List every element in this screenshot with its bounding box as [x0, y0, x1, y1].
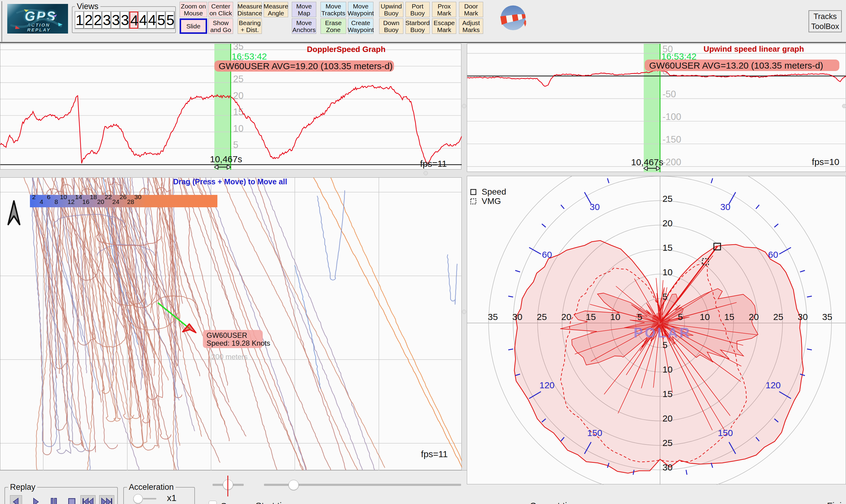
svg-text:25: 25	[537, 312, 547, 322]
svg-text:20: 20	[663, 413, 672, 423]
svg-text:16:53:42: 16:53:42	[232, 51, 267, 61]
svg-text:14: 14	[75, 193, 82, 200]
svg-text:10,467s: 10,467s	[210, 154, 242, 164]
svg-text:Upwind speed linear graph: Upwind speed linear graph	[704, 44, 804, 53]
svg-text:10: 10	[60, 193, 67, 200]
svg-text:-200: -200	[663, 157, 681, 167]
svg-text:GW60USER AVG=19.20 (103.35 met: GW60USER AVG=19.20 (103.35 meters-d)	[218, 61, 393, 71]
svg-text:fps=11: fps=11	[421, 449, 448, 459]
svg-text:30: 30	[589, 202, 600, 212]
svg-text:15: 15	[724, 312, 734, 322]
svg-text:fps=10: fps=10	[812, 157, 839, 167]
svg-text:-100: -100	[663, 111, 681, 122]
svg-text:Drag (Press + Move) to Move al: Drag (Press + Move) to Move all	[173, 178, 287, 186]
svg-text:10: 10	[233, 123, 243, 134]
svg-text:5: 5	[637, 312, 642, 322]
svg-text:-150: -150	[663, 134, 681, 145]
svg-text:18: 18	[90, 193, 97, 200]
svg-text:6: 6	[47, 193, 51, 200]
svg-text:10: 10	[663, 364, 672, 374]
svg-text:DopplerSpeed Graph: DopplerSpeed Graph	[307, 45, 386, 54]
svg-text:GW60USER AVG=13.20 (103.35 met: GW60USER AVG=13.20 (103.35 meters-d)	[649, 60, 823, 70]
svg-text:5: 5	[663, 340, 668, 350]
svg-text:200 meters: 200 meters	[211, 353, 248, 361]
svg-text:25: 25	[773, 312, 783, 322]
svg-text:8: 8	[54, 198, 58, 205]
svg-text:20: 20	[233, 90, 243, 101]
svg-text:10: 10	[700, 312, 710, 322]
svg-text:20: 20	[663, 218, 672, 228]
svg-text:5: 5	[233, 140, 238, 150]
svg-text:20: 20	[748, 312, 759, 322]
svg-text:5: 5	[663, 292, 668, 302]
svg-text:35: 35	[822, 312, 832, 322]
svg-text:120: 120	[765, 380, 781, 390]
svg-text:POLAR: POLAR	[634, 325, 691, 341]
svg-text:150: 150	[718, 428, 733, 438]
svg-text:120: 120	[540, 380, 554, 390]
svg-text:15: 15	[586, 312, 596, 322]
svg-text:12: 12	[67, 198, 74, 205]
svg-text:5: 5	[678, 312, 683, 322]
svg-text:16: 16	[82, 198, 89, 205]
svg-text:20: 20	[561, 312, 571, 322]
svg-text:26: 26	[120, 193, 126, 200]
svg-text:10: 10	[663, 267, 672, 277]
svg-text:fps=11: fps=11	[420, 159, 447, 168]
svg-text:60: 60	[542, 250, 552, 259]
svg-text:30: 30	[134, 193, 141, 200]
svg-text:35: 35	[233, 44, 243, 52]
svg-text:25: 25	[663, 438, 672, 448]
svg-text:60: 60	[768, 250, 778, 259]
svg-text:24: 24	[112, 198, 120, 205]
svg-text:GW60USER: GW60USER	[207, 331, 247, 339]
svg-text:-50: -50	[663, 89, 676, 100]
svg-text:15: 15	[663, 389, 672, 399]
svg-text:28: 28	[127, 198, 134, 205]
svg-text:30: 30	[720, 202, 730, 212]
svg-text:30: 30	[663, 462, 672, 472]
svg-text:10,467s: 10,467s	[631, 157, 663, 167]
svg-text:10: 10	[610, 312, 620, 322]
svg-text:35: 35	[488, 312, 498, 322]
svg-text:2: 2	[32, 193, 36, 200]
svg-text:Speed: 19.28 Knots: Speed: 19.28 Knots	[207, 339, 270, 347]
svg-text:30: 30	[512, 312, 522, 322]
svg-text:22: 22	[105, 193, 111, 200]
svg-text:20: 20	[97, 198, 104, 205]
svg-text:VMG: VMG	[482, 196, 501, 206]
svg-text:4: 4	[40, 198, 43, 205]
svg-text:25: 25	[233, 74, 243, 84]
svg-text:Speed: Speed	[482, 187, 506, 196]
svg-text:30: 30	[798, 312, 808, 322]
svg-text:25: 25	[663, 194, 672, 204]
svg-text:15: 15	[663, 242, 672, 253]
svg-text:150: 150	[587, 428, 602, 438]
